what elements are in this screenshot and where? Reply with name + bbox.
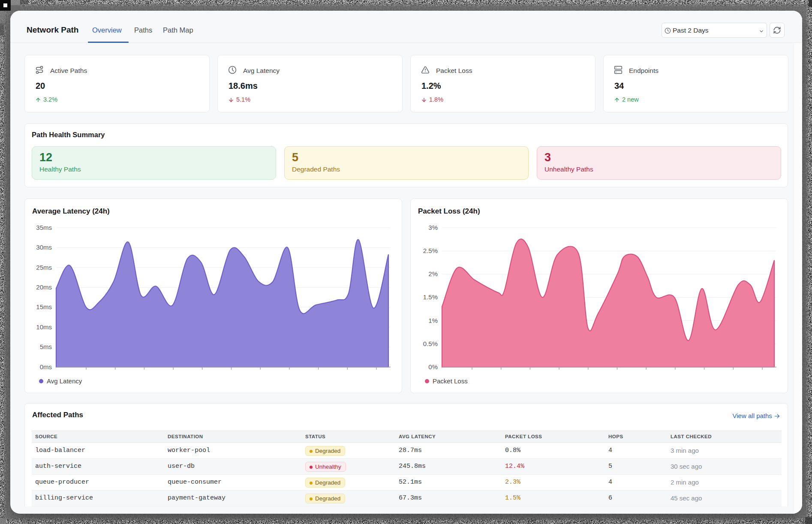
svg-text:1.5%: 1.5% xyxy=(423,293,438,301)
svg-text:15ms: 15ms xyxy=(36,303,52,310)
svg-text:3%: 3% xyxy=(428,224,438,231)
svg-text:30ms: 30ms xyxy=(36,244,52,251)
svg-text:0%: 0% xyxy=(428,363,438,370)
svg-text:5ms: 5ms xyxy=(40,343,52,350)
svg-text:25ms: 25ms xyxy=(36,264,52,271)
svg-text:0.5%: 0.5% xyxy=(423,340,438,347)
svg-text:1%: 1% xyxy=(428,317,438,324)
svg-text:10ms: 10ms xyxy=(36,323,52,331)
svg-text:0ms: 0ms xyxy=(40,363,52,370)
svg-text:35ms: 35ms xyxy=(36,224,52,231)
svg-text:2.5%: 2.5% xyxy=(423,247,438,254)
svg-text:20ms: 20ms xyxy=(36,283,52,291)
svg-text:2%: 2% xyxy=(428,270,438,277)
